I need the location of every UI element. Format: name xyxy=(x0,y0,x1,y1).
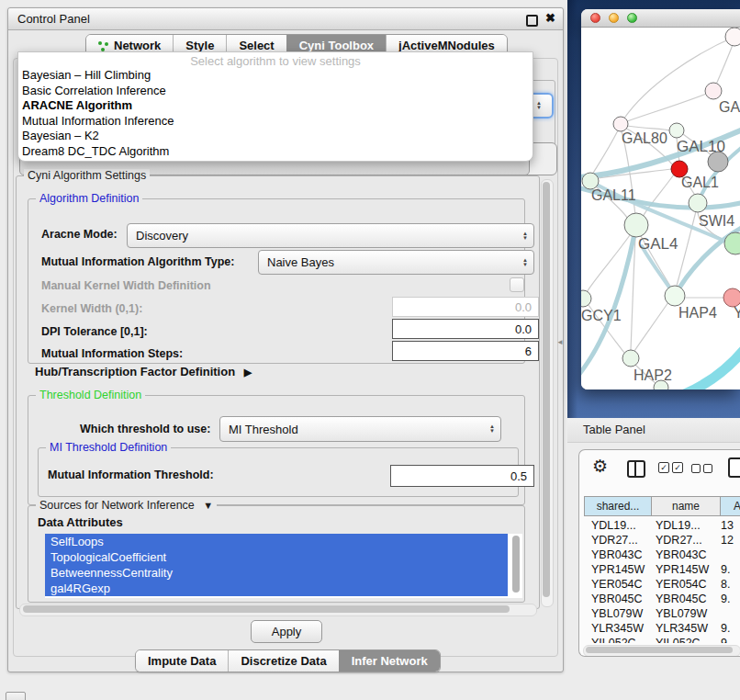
table-cell: 9. xyxy=(721,592,740,606)
network-node[interactable] xyxy=(665,286,685,306)
network-node[interactable] xyxy=(669,123,684,138)
show-columns-icon[interactable]: ✓✓ xyxy=(658,462,683,473)
data-attributes-list[interactable]: SelfLoopsTopologicalCoefficientBetweenne… xyxy=(45,534,522,598)
sources-group: Sources for Network Inference ▼ Data Att… xyxy=(28,505,525,603)
node-label: SWI4 xyxy=(699,213,734,229)
apply-button[interactable]: Apply xyxy=(251,620,322,643)
attribute-item[interactable]: gal4RGexp xyxy=(45,581,508,596)
table-cell: YBL079W xyxy=(652,606,721,621)
algorithm-option[interactable]: Dream8 DC_TDC Algorithm xyxy=(22,144,533,160)
algorithm-placeholder: Select algorithm to view settings xyxy=(18,54,533,68)
table-horizontal-scrollbar[interactable] xyxy=(583,645,740,657)
algorithm-option[interactable]: Bayesian – Hill Climbing xyxy=(22,68,533,84)
table-cell: YBR043C xyxy=(652,548,721,562)
split-panel-icon[interactable] xyxy=(627,460,645,478)
node-label: GAL11 xyxy=(591,187,636,203)
cyni-settings-title: Cyni Algorithm Settings xyxy=(24,169,150,182)
network-node[interactable] xyxy=(581,290,591,307)
hide-columns-icon[interactable] xyxy=(691,464,712,473)
panel-collapse-icon[interactable]: ◄ xyxy=(556,338,564,346)
mi-type-select[interactable]: Naive Bayes ▲▼ xyxy=(258,250,534,275)
network-edge xyxy=(634,302,668,351)
attribute-item[interactable]: TopologicalCoefficient xyxy=(45,549,508,565)
close-traffic-light-icon[interactable] xyxy=(590,13,600,23)
network-icon xyxy=(98,40,109,51)
network-node[interactable] xyxy=(725,28,740,46)
table-cell: 9. xyxy=(721,562,740,577)
column-header[interactable]: name xyxy=(652,496,721,516)
table-row[interactable]: YER054CYER054C8. xyxy=(584,577,740,592)
aracne-mode-select[interactable]: Discovery ▲▼ xyxy=(127,223,534,248)
threshold-group: Threshold Definition Which threshold to … xyxy=(28,395,525,505)
table-row[interactable]: YDR27...YDR27...12 xyxy=(584,533,740,548)
which-threshold-label: Which threshold to use: xyxy=(80,423,210,435)
kernel-width-value: 0.0 xyxy=(515,300,532,314)
algorithm-option[interactable]: Mutual Information Inference xyxy=(22,114,533,130)
dpi-tolerance-input[interactable]: 0.0 xyxy=(392,319,539,339)
mi-steps-label: Mutual Information Steps: xyxy=(41,347,183,360)
network-edge xyxy=(623,37,734,119)
collapsed-panel-button[interactable] xyxy=(6,692,26,700)
column-header[interactable]: A xyxy=(721,496,740,516)
algorithm-definition-title: Algorithm Definition xyxy=(36,192,142,205)
algorithm-option[interactable]: Basic Correlation Inference xyxy=(22,84,533,99)
float-window-icon[interactable] xyxy=(526,15,538,27)
network-node[interactable] xyxy=(622,350,639,367)
expand-right-icon: ▶ xyxy=(244,367,252,378)
spinner-arrows-icon: ▲▼ xyxy=(489,424,495,434)
hub-definition-toggle[interactable]: Hub/Transcription Factor Definition ▶ xyxy=(35,365,252,378)
spinner-arrows-icon: ▲▼ xyxy=(522,258,528,267)
new-table-icon[interactable] xyxy=(728,457,740,478)
kernel-width-label: Kernel Width (0,1): xyxy=(41,302,142,315)
network-canvas[interactable]: GAL7GAL80GAL10GAL1GAL11SWI4GAL4GCY1HAP4Y… xyxy=(581,28,740,390)
algorithm-option[interactable]: ARACNE Algorithm xyxy=(22,98,533,114)
column-header[interactable]: shared... xyxy=(584,496,652,516)
settings-horizontal-scrollbar[interactable] xyxy=(19,604,537,616)
collapse-down-icon[interactable]: ▼ xyxy=(203,500,213,511)
table-cell: YLR345W xyxy=(584,621,652,636)
network-node[interactable] xyxy=(689,194,707,212)
scrollbar-thumb[interactable] xyxy=(586,647,733,653)
table-row[interactable]: YBR043CYBR043C xyxy=(584,548,740,562)
table-row[interactable]: YBR045CYBR045C9. xyxy=(584,592,740,606)
hub-definition-label: Hub/Transcription Factor Definition xyxy=(35,365,235,378)
kernel-width-input[interactable]: 0.0 xyxy=(392,297,539,317)
table-row[interactable]: YPR145WYPR145W9. xyxy=(584,562,740,577)
manual-kernel-checkbox[interactable] xyxy=(510,277,524,292)
gear-icon[interactable]: ⚙ xyxy=(592,456,608,477)
network-node[interactable] xyxy=(705,83,722,99)
mi-steps-input[interactable]: 6 xyxy=(392,341,539,361)
tab-impute-data[interactable]: Impute Data xyxy=(136,650,228,672)
table-row[interactable]: YDL19...YDL19...13 xyxy=(584,518,740,533)
aracne-mode-label: Aracne Mode: xyxy=(41,228,118,241)
cyni-settings-group: Cyni Algorithm Settings Algorithm Defini… xyxy=(16,175,540,609)
table-cell: 8. xyxy=(721,577,740,592)
tab-discretize-data[interactable]: Discretize Data xyxy=(228,650,338,672)
close-icon[interactable]: ✖ xyxy=(545,11,555,25)
table-row[interactable]: YLR345WYLR345W9. xyxy=(584,621,740,636)
algorithm-option[interactable]: Bayesian – K2 xyxy=(22,129,533,144)
table-cell: YER054C xyxy=(652,577,721,592)
table-cell: 13 xyxy=(721,518,740,533)
settings-vertical-scrollbar[interactable] xyxy=(541,179,554,607)
table-row[interactable]: YBL079WYBL079W xyxy=(584,606,740,621)
list-scrollbar-thumb[interactable] xyxy=(512,536,520,593)
network-node[interactable] xyxy=(613,117,628,131)
table-cell: YIL052C xyxy=(652,636,721,643)
table-row[interactable]: YIL052CYIL052C9. xyxy=(584,636,740,643)
network-node[interactable] xyxy=(624,213,648,237)
zoom-traffic-light-icon[interactable] xyxy=(627,13,637,23)
attribute-item[interactable]: BetweennessCentrality xyxy=(45,565,508,581)
mi-steps-value: 6 xyxy=(525,344,532,358)
scrollbar-thumb[interactable] xyxy=(23,605,510,613)
minimize-traffic-light-icon[interactable] xyxy=(609,13,619,23)
mi-threshold-input[interactable]: 0.5 xyxy=(390,465,534,487)
scrollbar-thumb[interactable] xyxy=(543,182,550,597)
network-node[interactable] xyxy=(723,288,740,307)
table-cell: 12 xyxy=(721,533,740,548)
node-label: GAL7 xyxy=(719,99,740,115)
which-threshold-select[interactable]: MI Threshold ▲▼ xyxy=(219,416,501,442)
table-cell: YBR045C xyxy=(652,592,721,606)
attribute-item[interactable]: SelfLoops xyxy=(45,534,508,549)
tab-infer-network[interactable]: Infer Network xyxy=(339,650,440,672)
